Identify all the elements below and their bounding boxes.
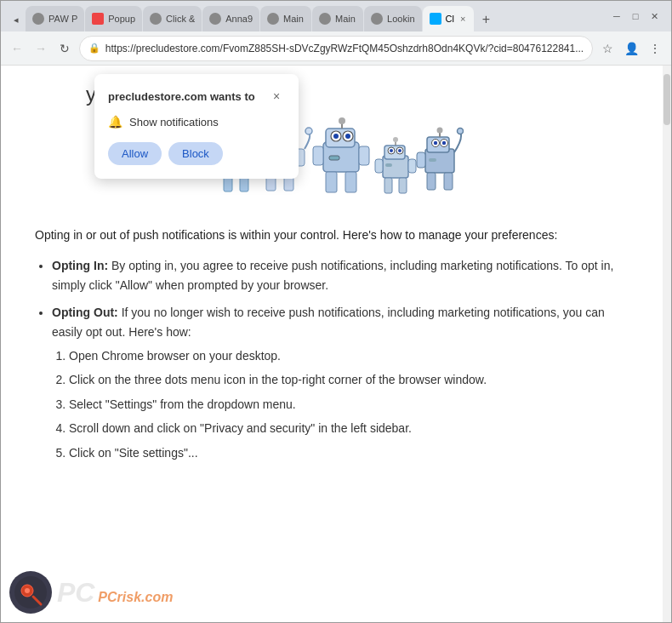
tab-paw[interactable]: PAW P <box>26 6 84 31</box>
refresh-button[interactable]: ↻ <box>55 37 74 60</box>
page-content: precludestore.com wants to × 🔔 Show noti… <box>1 66 671 622</box>
tab-active[interactable]: Cl × <box>423 6 474 31</box>
pcrisk-logo <box>9 571 52 614</box>
popup-title: precludestore.com wants to <box>108 90 255 103</box>
scrollbar-thumb[interactable] <box>663 74 670 125</box>
block-button[interactable]: Block <box>168 142 223 165</box>
tab-favicon-main2 <box>319 13 331 25</box>
svg-point-24 <box>305 128 312 134</box>
opt-in-term: Opting In: <box>52 259 108 272</box>
popup-notification-text: Show notifications <box>129 116 219 129</box>
maximize-button[interactable]: □ <box>629 9 642 23</box>
vertical-scrollbar[interactable] <box>663 66 671 622</box>
profile-button[interactable]: 👤 <box>622 37 641 60</box>
svg-point-45 <box>393 137 398 142</box>
step-4: Scroll down and click on "Privacy and se… <box>69 419 637 437</box>
popup-buttons: Allow Block <box>108 142 285 165</box>
title-bar: ◂ PAW P Popup Click & Anna9 Main <box>1 1 671 31</box>
tab-label-popup: Popup <box>108 14 135 24</box>
allow-button[interactable]: Allow <box>108 142 162 165</box>
tab-label-active: Cl <box>446 14 454 24</box>
tab-label-paw: PAW P <box>48 14 77 24</box>
tab-favicon-main1 <box>267 13 279 25</box>
svg-rect-60 <box>427 173 436 190</box>
tab-label-click: Click & <box>166 14 195 24</box>
svg-rect-47 <box>384 178 392 193</box>
svg-rect-36 <box>313 146 323 165</box>
tab-label-anna: Anna9 <box>225 14 253 24</box>
popup-notification-row: 🔔 Show notifications <box>108 115 285 129</box>
window-controls: ─ □ ✕ <box>610 9 664 23</box>
tab-scroll-left[interactable]: ◂ <box>8 8 25 31</box>
minimize-button[interactable]: ─ <box>610 9 624 23</box>
step-1: Open Chrome browser on your desktop. <box>69 346 637 365</box>
step-5: Click on "Site settings"... <box>69 443 637 462</box>
popup-header: precludestore.com wants to × <box>108 88 285 105</box>
pcrisk-logo-svg <box>14 575 48 609</box>
svg-rect-34 <box>326 172 337 192</box>
tab-favicon-looking <box>371 13 383 25</box>
bell-icon: 🔔 <box>108 115 122 129</box>
tab-main1[interactable]: Main <box>260 6 311 31</box>
svg-point-66 <box>25 588 30 593</box>
intro-text: Opting in or out of push notifications i… <box>35 226 637 244</box>
svg-point-63 <box>458 129 464 134</box>
pcrisk-brand: PC PCrisk.com <box>57 577 173 609</box>
new-tab-button[interactable]: + <box>475 8 498 31</box>
svg-rect-33 <box>329 156 339 160</box>
opt-in-desc: By opting in, you agree to receive push … <box>52 259 613 291</box>
tab-label-looking: Lookin <box>387 14 414 24</box>
url-text: https://precludestore.com/FvomZ885SH-sDV… <box>105 43 584 54</box>
tab-label-main1: Main <box>283 14 304 24</box>
list-item-opt-out: Opting Out: If you no longer wish to rec… <box>52 303 637 462</box>
tab-favicon-popup <box>92 13 104 25</box>
tab-favicon-paw <box>32 13 44 25</box>
tab-label-main2: Main <box>335 14 356 24</box>
bookmark-button[interactable]: ☆ <box>598 37 617 60</box>
svg-rect-48 <box>399 178 407 193</box>
svg-point-30 <box>345 134 350 139</box>
step-3: Select "Settings" from the dropdown menu… <box>69 395 637 414</box>
tab-looking[interactable]: Lookin <box>364 6 421 31</box>
tab-favicon-anna <box>209 13 221 25</box>
tab-favicon-click <box>150 13 162 25</box>
svg-point-56 <box>442 141 446 145</box>
svg-rect-62 <box>417 152 425 168</box>
pcrisk-domain-text: PCrisk.com <box>98 590 173 604</box>
chrome-menu-button[interactable]: ⋮ <box>646 37 664 60</box>
tab-click[interactable]: Click & <box>143 6 202 31</box>
svg-point-42 <box>390 149 393 152</box>
sub-steps-list: Open Chrome browser on your desktop. Cli… <box>69 346 637 462</box>
popup-close-button[interactable]: × <box>268 88 285 105</box>
opt-out-term: Opting Out: <box>52 306 118 319</box>
svg-rect-59 <box>429 158 436 162</box>
browser-window: ◂ PAW P Popup Click & Anna9 Main <box>0 0 672 623</box>
svg-rect-50 <box>408 159 416 173</box>
main-list: Opting In: By opting in, you agree to re… <box>52 256 637 462</box>
tab-favicon-active <box>430 13 441 25</box>
step-2: Click on the three dots menu icon in the… <box>69 370 637 389</box>
svg-rect-35 <box>345 172 356 192</box>
back-button[interactable]: ← <box>8 37 26 60</box>
svg-rect-49 <box>375 159 383 173</box>
list-item-opt-in: Opting In: By opting in, you agree to re… <box>52 256 637 294</box>
lock-icon: 🔒 <box>88 43 100 54</box>
svg-point-43 <box>398 149 401 152</box>
tab-popup[interactable]: Popup <box>85 6 142 31</box>
forward-button[interactable]: → <box>31 37 50 60</box>
pcrisk-pc-text: PC <box>57 577 94 608</box>
tab-main2[interactable]: Main <box>312 6 363 31</box>
close-window-button[interactable]: ✕ <box>647 9 661 23</box>
pcrisk-watermark: PC PCrisk.com <box>9 571 173 614</box>
svg-point-55 <box>434 141 437 145</box>
tab-close-button[interactable]: × <box>460 14 465 24</box>
tab-anna[interactable]: Anna9 <box>202 6 259 31</box>
toolbar: ← → ↻ 🔒 https://precludestore.com/FvomZ8… <box>1 31 671 66</box>
notification-popup: precludestore.com wants to × 🔔 Show noti… <box>94 74 299 179</box>
address-bar[interactable]: 🔒 https://precludestore.com/FvomZ885SH-s… <box>79 36 593 61</box>
svg-rect-37 <box>359 146 369 165</box>
tab-strip: ◂ PAW P Popup Click & Anna9 Main <box>8 1 607 31</box>
svg-rect-46 <box>385 163 392 167</box>
svg-point-32 <box>339 117 345 124</box>
svg-point-29 <box>333 134 339 139</box>
